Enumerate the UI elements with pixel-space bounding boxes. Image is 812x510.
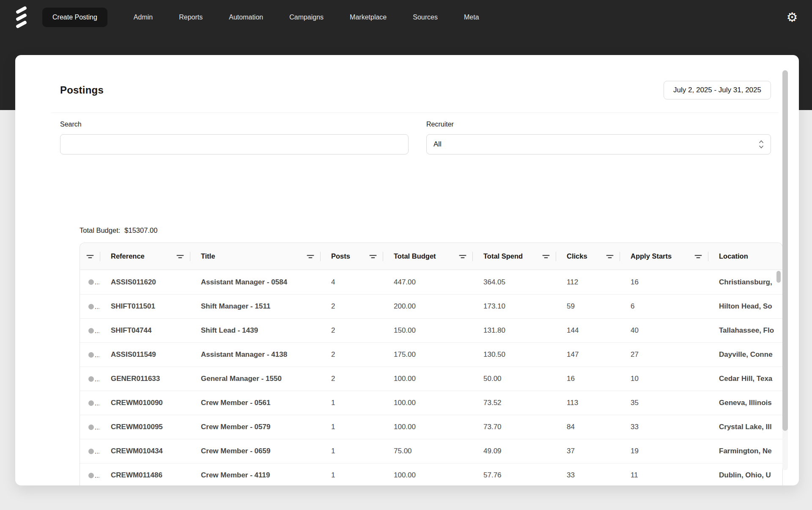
settings-gear-icon[interactable]: ⚙: [785, 10, 799, 25]
cell-posts: 2: [320, 343, 383, 367]
date-range-button[interactable]: July 2, 2025 - July 31, 2025: [664, 81, 771, 99]
cell-posts: 4: [320, 270, 383, 294]
nav-item-admin[interactable]: Admin: [134, 14, 153, 21]
recruiter-select[interactable]: All: [426, 134, 771, 154]
cell-total-budget: 75.00: [383, 439, 472, 463]
nav-item-create-posting[interactable]: Create Posting: [42, 8, 107, 27]
cell-clicks: 37: [556, 439, 620, 463]
filter-icon[interactable]: [369, 254, 377, 259]
cell-total-spend: 131.80: [472, 319, 556, 342]
table-row[interactable]: ...CREWM010095Crew Member - 05791100.007…: [80, 415, 782, 439]
status-ellipsis: ...: [95, 448, 100, 455]
cell-title: Assistant Manager - 4138: [190, 343, 320, 367]
header-clicks-label: Clicks: [567, 252, 587, 260]
header-reference[interactable]: Reference: [100, 243, 190, 270]
header-total-spend-label: Total Spend: [483, 252, 523, 260]
cell-reference: ASSIS011549: [100, 343, 190, 367]
cell-location: Dayville, Conne: [708, 343, 774, 367]
status-ellipsis: ...: [95, 278, 100, 286]
cell-title: Shift Lead - 1439: [190, 319, 320, 342]
header-total-budget[interactable]: Total Budget: [383, 243, 472, 270]
filter-icon[interactable]: [606, 254, 614, 259]
cell-posts: 2: [320, 319, 383, 342]
filter-icon[interactable]: [176, 254, 184, 259]
cell-total-spend: 364.05: [472, 270, 556, 294]
table-row[interactable]: ...CREWM011486Crew Member - 41191100.005…: [80, 463, 782, 485]
table-row[interactable]: ...GENER011633General Manager - 15502100…: [80, 367, 782, 391]
header-posts[interactable]: Posts: [320, 243, 383, 270]
cell-title: Crew Member - 0659: [190, 439, 320, 463]
nav-item-sources[interactable]: Sources: [413, 14, 438, 21]
row-status-cell: ...: [80, 295, 100, 318]
header-location-label: Location: [719, 252, 748, 260]
table-body: ...ASSIS011620Assistant Manager - 058444…: [80, 270, 782, 485]
header-apply-starts[interactable]: Apply Starts: [620, 243, 708, 270]
cell-reference: SHIFT011501: [100, 295, 190, 318]
status-dot-icon: [88, 352, 94, 358]
table-row[interactable]: ...ASSIS011549Assistant Manager - 413821…: [80, 342, 782, 367]
search-label: Search: [60, 121, 409, 128]
header-status-column[interactable]: [80, 243, 100, 270]
status-ellipsis: ...: [95, 327, 100, 334]
header-total-spend[interactable]: Total Spend: [472, 243, 556, 270]
filter-icon[interactable]: [459, 254, 466, 259]
table-scrollbar-thumb[interactable]: [776, 271, 781, 283]
nav-item-campaigns[interactable]: Campaigns: [289, 14, 324, 21]
table-row[interactable]: ...ASSIS011620Assistant Manager - 058444…: [80, 270, 782, 294]
search-input[interactable]: [60, 134, 409, 154]
card-scrollbar-thumb[interactable]: [782, 70, 788, 431]
filter-icon[interactable]: [542, 254, 550, 259]
cell-apply-starts: 35: [620, 391, 708, 415]
cell-clicks: 16: [556, 367, 620, 391]
header-title-label: Title: [201, 252, 215, 260]
status-dot-icon: [88, 328, 94, 334]
total-budget-label: Total Budget:: [80, 226, 120, 234]
nav-item-automation[interactable]: Automation: [229, 14, 263, 21]
cell-apply-starts: 11: [620, 463, 708, 485]
cell-reference: CREWM011486: [100, 463, 190, 485]
header-reference-label: Reference: [111, 252, 145, 260]
cell-apply-starts: 33: [620, 415, 708, 439]
cell-title: Shift Manager - 1511: [190, 295, 320, 318]
table-row[interactable]: ...CREWM010090Crew Member - 05611100.007…: [80, 391, 782, 415]
filter-icon[interactable]: [694, 254, 702, 259]
status-dot-icon: [88, 376, 94, 382]
brand-logo[interactable]: [13, 6, 30, 29]
nav-item-reports[interactable]: Reports: [179, 14, 203, 21]
status-ellipsis: ...: [95, 424, 100, 431]
cell-reference: CREWM010434: [100, 439, 190, 463]
cell-clicks: 84: [556, 415, 620, 439]
header-divider: [51, 113, 779, 113]
status-ellipsis: ...: [95, 400, 100, 407]
status-dot-icon: [88, 449, 94, 454]
header-location[interactable]: Location: [708, 243, 774, 270]
cell-clicks: 113: [556, 391, 620, 415]
cell-total-spend: 130.50: [472, 343, 556, 367]
status-dot-icon: [88, 473, 94, 478]
nav-item-meta[interactable]: Meta: [464, 14, 479, 21]
card-header: Postings July 2, 2025 - July 31, 2025: [15, 55, 799, 113]
nav-item-marketplace[interactable]: Marketplace: [350, 14, 387, 21]
cell-location: Geneva, Illinois: [708, 391, 774, 415]
header-clicks[interactable]: Clicks: [556, 243, 620, 270]
filter-icon[interactable]: [86, 254, 94, 259]
logo-icon: [13, 6, 30, 28]
cell-total-budget: 200.00: [383, 295, 472, 318]
cell-posts: 2: [320, 295, 383, 318]
table-row[interactable]: ...CREWM010434Crew Member - 0659175.0049…: [80, 439, 782, 463]
row-status-cell: ...: [80, 367, 100, 391]
cell-total-spend: 73.52: [472, 391, 556, 415]
cell-location: Tallahassee, Flo: [708, 319, 774, 342]
cell-location: Christiansburg,: [708, 270, 774, 294]
table-row[interactable]: ...SHIFT04744Shift Lead - 14392150.00131…: [80, 318, 782, 342]
cell-title: General Manager - 1550: [190, 367, 320, 391]
filter-icon[interactable]: [307, 254, 314, 259]
row-status-cell: ...: [80, 391, 100, 415]
table-header-row: Reference Title Posts: [80, 243, 782, 270]
cell-posts: 1: [320, 391, 383, 415]
header-title[interactable]: Title: [190, 243, 320, 270]
table-row[interactable]: ...SHIFT011501Shift Manager - 15112200.0…: [80, 294, 782, 318]
cell-clicks: 112: [556, 270, 620, 294]
cell-title: Crew Member - 4119: [190, 463, 320, 485]
total-budget-value: $15307.00: [124, 226, 157, 234]
